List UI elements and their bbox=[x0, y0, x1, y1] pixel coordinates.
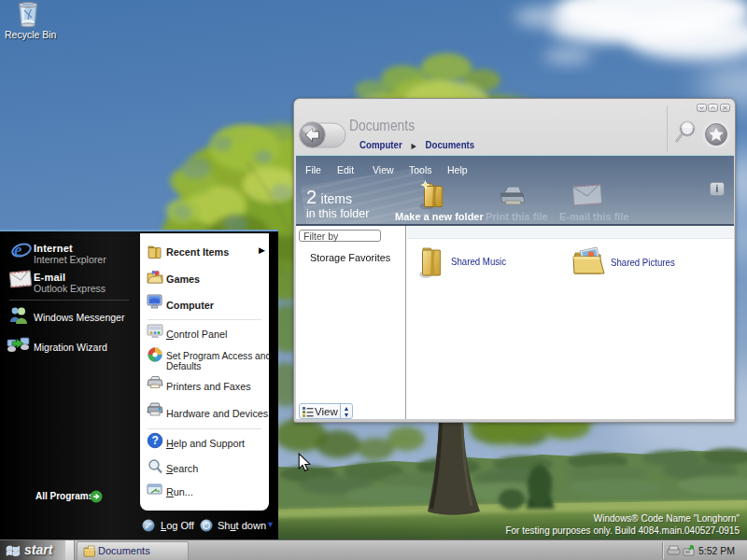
svg-text:?: ? bbox=[152, 434, 159, 447]
svg-text:e: e bbox=[14, 240, 22, 259]
